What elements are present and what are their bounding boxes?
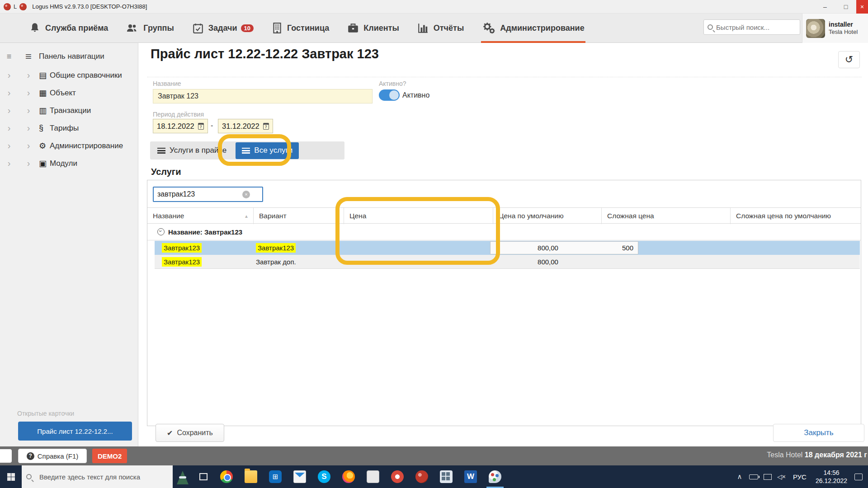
maximize-button[interactable]: □ [835, 0, 856, 14]
volume-muted-icon[interactable]: ◁× [777, 473, 786, 480]
group-row[interactable]: Название: Завтрак123 [147, 224, 861, 240]
user-panel[interactable]: installer Tesla Hotel [802, 14, 868, 43]
sidebar-item-administration[interactable]: › › ⚙ Администрирование [0, 137, 138, 155]
nav-front-desk[interactable]: Служба приёма [26, 14, 111, 43]
save-button[interactable]: ✔ Сохранить [156, 424, 224, 442]
period-to-field[interactable]: 31.12.2022 7 [218, 119, 273, 133]
chevron-right-icon[interactable]: › [18, 105, 39, 116]
page-title: Прайс лист 12.22-12.22 Завтрак 123 [151, 47, 379, 61]
sidebar-item-object[interactable]: › › ▦ Объект [0, 84, 138, 102]
quick-search[interactable] [703, 19, 800, 35]
history-button[interactable]: ↺ [838, 51, 860, 68]
taskbar-word-icon[interactable]: W [458, 465, 483, 488]
nav-reports[interactable]: Отчёты [415, 14, 467, 43]
close-button[interactable]: × [856, 0, 868, 14]
column-header-complex-price[interactable]: Сложная цена [602, 208, 731, 224]
chevron-right-icon[interactable]: › [18, 158, 39, 169]
statusbar-stub-button[interactable] [0, 449, 12, 463]
chevron-right-icon[interactable]: › [0, 158, 18, 169]
network-monitor-icon[interactable] [764, 474, 772, 480]
minimize-button[interactable]: – [815, 0, 835, 14]
tab-services-in-pricelist[interactable]: Услуги в прайсе [150, 141, 234, 160]
table-header: Название ▲ Вариант Цена Цена по умолчани… [147, 207, 861, 224]
nav-groups[interactable]: Группы [123, 14, 176, 43]
action-center-icon[interactable] [854, 474, 863, 480]
table-row[interactable]: Завтрак123 Завтрак123 500 800,00 [155, 241, 860, 255]
calendar-icon[interactable]: 7 [263, 123, 269, 130]
column-header-price[interactable]: Цена [344, 208, 493, 224]
tab-all-services[interactable]: Все услуги [236, 142, 299, 159]
close-card-button[interactable]: Закрыть [773, 424, 864, 442]
chevron-right-icon[interactable]: › [0, 105, 18, 116]
collapse-menu-icon[interactable]: ≡ [0, 52, 18, 61]
column-header-name[interactable]: Название ▲ [147, 208, 254, 224]
taskbar-paint-icon[interactable] [483, 465, 507, 488]
navigation-sidebar: ≡ ≡ Панель навигации › › ▤ Общие справоч… [0, 43, 138, 446]
chevron-right-icon[interactable]: › [18, 70, 39, 80]
taskbar-search[interactable]: Введите здесь текст для поиска [22, 465, 173, 488]
main-menu-bar: Служба приёма Группы Задачи 10 Гостиница… [0, 14, 868, 43]
row-variant: Завтрак123 [256, 243, 296, 253]
taskbar-chrome-icon[interactable] [214, 465, 239, 488]
column-header-variant[interactable]: Вариант [254, 208, 344, 224]
services-tabstrip: Услуги в прайсе Все услуги [150, 141, 344, 160]
taskbar-logus-icon[interactable] [410, 465, 434, 488]
services-filter[interactable]: × [153, 187, 263, 202]
list-icon [242, 148, 250, 154]
open-card-pricelist-button[interactable]: Прайс лист 12.22-12.2... [18, 422, 132, 441]
column-header-default-price[interactable]: Цена по умолчанию [493, 208, 602, 224]
task-view-icon [199, 473, 208, 480]
active-toggle[interactable] [379, 89, 400, 101]
task-view-button[interactable] [193, 465, 214, 488]
column-header-complex-default-price[interactable]: Сложная цена по умолчанию [731, 208, 861, 224]
taskbar-notes-icon[interactable] [361, 465, 385, 488]
chevron-right-icon[interactable]: › [0, 88, 18, 98]
chevron-right-icon[interactable]: › [18, 88, 39, 98]
collapse-group-icon[interactable] [157, 228, 165, 235]
chevron-right-icon[interactable]: › [18, 141, 39, 151]
sidebar-item-modules[interactable]: › › ▣ Модули [0, 155, 138, 172]
taskbar-browser-icon[interactable] [336, 465, 361, 488]
check-icon: ✔ [167, 429, 173, 437]
period-from-field[interactable]: 18.12.2022 7 [153, 119, 208, 133]
taskbar-store-icon[interactable]: ⊞ [263, 465, 288, 488]
sidebar-item-tariffs[interactable]: › › § Тарифы [0, 119, 138, 137]
bar-chart-icon [417, 23, 429, 33]
taskbar-calculator-icon[interactable] [434, 465, 458, 488]
seasonal-search-icon[interactable] [173, 465, 193, 488]
clear-filter-icon[interactable]: × [242, 191, 250, 198]
sidebar-item-general-directories[interactable]: › › ▤ Общие справочники [0, 66, 138, 84]
chevron-right-icon[interactable]: › [0, 141, 18, 151]
gear-icon: ⚙ [39, 141, 50, 151]
taskbar-mail-icon[interactable] [288, 465, 312, 488]
taskbar-media-icon[interactable] [385, 465, 410, 488]
nav-hotel[interactable]: Гостиница [269, 14, 332, 43]
directory-icon: ▤ [39, 70, 50, 80]
services-filter-input[interactable] [154, 190, 242, 198]
nav-clients[interactable]: Клиенты [344, 14, 402, 43]
table-row[interactable]: Завтрак123 Завтрак доп. 800,00 [155, 255, 860, 269]
taskbar-clock[interactable]: 14:56 26.12.2022 [816, 469, 847, 485]
taskbar-explorer-icon[interactable] [239, 465, 263, 488]
sort-asc-icon: ▲ [244, 214, 249, 219]
chevron-right-icon[interactable]: › [18, 123, 39, 133]
nav-tasks[interactable]: Задачи 10 [189, 14, 256, 43]
nav-administration[interactable]: Администрирование [479, 14, 587, 43]
chevron-right-icon[interactable]: › [0, 123, 18, 133]
calendar-icon[interactable]: 7 [198, 123, 204, 130]
window-title: Logus HMS v2.9.73.0 [DESKTOP-O7H3I88] [32, 3, 147, 10]
quick-search-input[interactable] [716, 23, 793, 31]
hamburger-icon[interactable]: ≡ [18, 50, 39, 63]
taskbar-skype-icon[interactable]: S [312, 465, 336, 488]
start-button[interactable] [0, 465, 22, 488]
language-indicator[interactable]: РУС [793, 473, 807, 481]
battery-icon[interactable] [749, 474, 758, 479]
main-content: Прайс лист 12.22-12.22 Завтрак 123 ↺ Наз… [138, 43, 868, 446]
name-field[interactable] [153, 89, 373, 103]
period-separator: - [211, 122, 213, 130]
tray-expand-icon[interactable]: ∧ [733, 473, 746, 481]
help-button[interactable]: ? Справка (F1) [18, 449, 87, 463]
chevron-right-icon[interactable]: › [0, 70, 18, 80]
search-icon [708, 24, 713, 30]
sidebar-item-transactions[interactable]: › › ▥ Транзакции [0, 102, 138, 119]
